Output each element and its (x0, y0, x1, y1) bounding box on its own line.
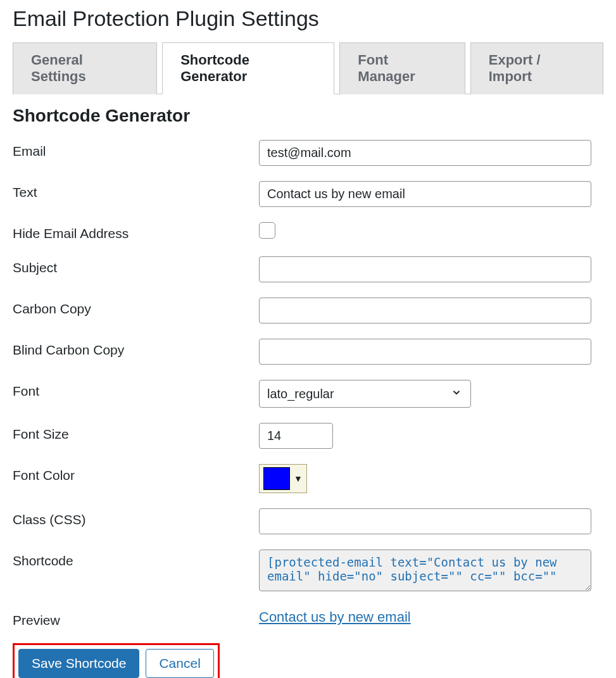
bcc-field[interactable] (259, 339, 591, 365)
subject-label: Subject (13, 256, 259, 275)
color-swatch (263, 467, 290, 490)
bcc-label: Blind Carbon Copy (13, 339, 259, 358)
shortcode-textarea[interactable] (259, 549, 591, 591)
cancel-button[interactable]: Cancel (146, 649, 213, 678)
css-class-field[interactable] (259, 508, 591, 534)
tab-font-manager[interactable]: Font Manager (339, 42, 465, 94)
tabs-container: General Settings Shortcode Generator Fon… (13, 42, 603, 94)
tab-general-settings[interactable]: General Settings (13, 42, 157, 94)
preview-label: Preview (13, 609, 259, 628)
cc-field[interactable] (259, 298, 591, 323)
font-size-field[interactable] (259, 423, 333, 449)
email-label: Email (13, 140, 259, 159)
page-title: Email Protection Plugin Settings (13, 6, 603, 31)
text-field[interactable] (259, 181, 591, 207)
shortcode-label: Shortcode (13, 549, 259, 568)
cc-label: Carbon Copy (13, 298, 259, 317)
tab-export-import[interactable]: Export / Import (470, 42, 603, 94)
section-title: Shortcode Generator (13, 106, 603, 126)
font-size-label: Font Size (13, 423, 259, 442)
hide-email-checkbox[interactable] (259, 222, 275, 239)
css-class-label: Class (CSS) (13, 508, 259, 527)
email-field[interactable] (259, 140, 591, 166)
dropdown-arrow-icon: ▼ (294, 474, 303, 484)
preview-link[interactable]: Contact us by new email (259, 609, 411, 625)
font-select[interactable]: lato_regular (259, 380, 471, 408)
font-color-label: Font Color (13, 464, 259, 483)
font-label: Font (13, 380, 259, 399)
hide-email-label: Hide Email Address (13, 222, 259, 241)
subject-field[interactable] (259, 256, 591, 282)
text-label: Text (13, 181, 259, 200)
save-shortcode-button[interactable]: Save Shortcode (18, 649, 139, 678)
button-row-highlight: Save Shortcode Cancel (13, 643, 220, 678)
tab-shortcode-generator[interactable]: Shortcode Generator (162, 42, 334, 94)
font-color-picker[interactable]: ▼ (259, 464, 307, 493)
